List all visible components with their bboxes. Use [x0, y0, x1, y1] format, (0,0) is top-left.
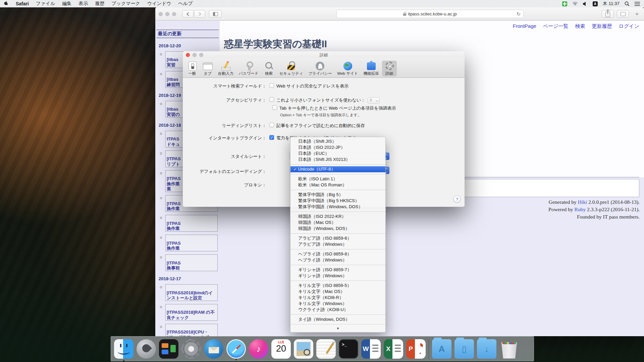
window-close-button[interactable]: [159, 12, 163, 16]
launchpad[interactable]: [137, 339, 156, 359]
back-button[interactable]: [182, 10, 194, 18]
checkbox-reading-list-offline[interactable]: [269, 123, 274, 127]
window-minimize-button[interactable]: [165, 12, 169, 16]
encoding-menu-item[interactable]: 欧米（Mac OS Roman）: [290, 182, 385, 188]
menubar-menu[interactable]: ウインドウ: [147, 1, 171, 7]
sidebar-link[interactable]: [ITPAS 換作業: [165, 235, 218, 251]
prefs-tab-tabs[interactable]: タブ: [200, 61, 215, 76]
menubar-menu[interactable]: 履歴: [95, 1, 104, 7]
mission-control[interactable]: [159, 339, 178, 359]
prefs-tab-search[interactable]: 検索: [262, 61, 276, 76]
encoding-menu-item[interactable]: 韓国語（ISO 2022-KR）: [290, 214, 385, 220]
microsoft-powerpoint[interactable]: P: [406, 339, 426, 359]
forward-button[interactable]: [194, 10, 205, 18]
safari[interactable]: [226, 339, 246, 359]
encoding-menu-item[interactable]: アラビア語（ISO 8859-6）: [290, 235, 385, 241]
microsoft-excel[interactable]: X: [384, 339, 403, 359]
menubar-app-name[interactable]: Safari: [16, 1, 29, 6]
reload-icon[interactable]: ↻: [516, 10, 521, 18]
page-nav-link[interactable]: ページ一覧: [543, 23, 569, 29]
prefs-tab-advanced[interactable]: 詳細: [382, 61, 397, 76]
documents-folder[interactable]: ▯: [454, 339, 474, 359]
sidebar-link[interactable]: [ITPAS 換作業: [165, 215, 218, 232]
menubar-menu[interactable]: ブックマーク: [111, 1, 140, 7]
page-nav-link[interactable]: FrontPage: [513, 23, 536, 29]
volume-icon[interactable]: [583, 2, 588, 6]
tab-overview-button[interactable]: [617, 10, 629, 18]
encoding-menu-item[interactable]: ギリシャ語（ISO 8859-7）: [290, 267, 385, 273]
itunes[interactable]: ♪: [249, 339, 268, 359]
prefs-tab-general[interactable]: 一般: [185, 61, 200, 76]
page-nav-link[interactable]: ログイン: [619, 23, 639, 29]
encoding-menu-item-selected[interactable]: ✓ Unicode（UTF-8）: [290, 166, 385, 172]
encoding-menu-item[interactable]: 韓国語（Mac OS）: [290, 220, 385, 226]
calendar[interactable]: 12月 20: [271, 339, 291, 359]
applications-folder[interactable]: A: [432, 339, 451, 359]
encoding-menu-item[interactable]: 繁体字中国語（Windows, DOS）: [290, 204, 385, 210]
microsoft-word[interactable]: W: [361, 339, 381, 359]
encoding-menu-item[interactable]: 繁体字中国語（Big 5 HKSCS）: [290, 198, 385, 204]
apple-menu-icon[interactable]: [4, 1, 9, 6]
page-nav-link[interactable]: 更新履歴: [592, 23, 612, 29]
menubar-menu[interactable]: ヘルプ: [178, 1, 193, 7]
share-button[interactable]: [602, 10, 614, 18]
window-close-button[interactable]: [186, 53, 190, 57]
encoding-menu-item[interactable]: ギリシャ語（Windows）: [290, 273, 385, 279]
window-zoom-button[interactable]: [199, 53, 203, 57]
hiki-link[interactable]: Hiki: [578, 199, 587, 205]
preview[interactable]: [294, 339, 313, 359]
menubar-menu[interactable]: 編集: [62, 1, 71, 7]
checkbox-min-font-size[interactable]: [269, 97, 274, 102]
encoding-menu-item[interactable]: アラビア語（Windows）: [290, 241, 385, 247]
encoding-menu-item[interactable]: 繁体字中国語（Big 5）: [290, 192, 385, 198]
checkbox-show-full-address[interactable]: [269, 83, 274, 88]
thunderbird[interactable]: [204, 339, 223, 359]
encoding-menu-item[interactable]: 日本語（Shift JIS X0213）: [290, 157, 385, 163]
sidebar-link[interactable]: [ITPASS2018]bindのインストールと設定: [165, 284, 218, 301]
encoding-menu-item[interactable]: タイ語（Windows, DOS）: [290, 316, 385, 322]
textedit[interactable]: [316, 339, 336, 359]
prefs-tab-security[interactable]: セキュリティ: [277, 61, 306, 76]
encoding-menu-item[interactable]: 日本語（EUC）: [290, 150, 385, 157]
terminal[interactable]: >_: [339, 339, 358, 359]
downloads-folder[interactable]: ↓: [477, 339, 496, 359]
help-button[interactable]: ?: [453, 195, 461, 202]
min-font-size-select[interactable]: 9: [368, 97, 380, 104]
prefs-tab-websites[interactable]: Web サイト: [335, 61, 361, 76]
input-source-icon[interactable]: A: [593, 1, 598, 6]
prefs-tab-privacy[interactable]: プライバシー: [306, 61, 334, 76]
encoding-menu-item[interactable]: ヘブライ語（ISO 8859-8）: [290, 251, 385, 257]
encoding-menu-item[interactable]: 欧米（ISO Latin 1）: [290, 176, 385, 182]
trash[interactable]: [499, 339, 519, 359]
encoding-menu-item[interactable]: キリル文字（Mac OS）: [290, 289, 385, 295]
window-minimize-button[interactable]: [193, 53, 197, 57]
sidebar-link[interactable]: [ITPASS2018]CPU・MB・グラフィックボード・電源の不良チェック: [165, 324, 218, 336]
encoding-menu-item[interactable]: 韓国語（Windows, DOS）: [290, 226, 385, 232]
checkbox-stop-plugins[interactable]: ✓: [269, 135, 274, 140]
wifi-icon[interactable]: [572, 2, 578, 6]
finder[interactable]: [114, 339, 133, 359]
encoding-menu-item[interactable]: キリル文字（ISO 8859-5）: [290, 283, 385, 289]
sidebar-toggle-button[interactable]: [209, 10, 222, 18]
status-app-icon[interactable]: [562, 1, 567, 6]
spotlight-search-icon[interactable]: [625, 1, 630, 6]
prefs-tab-autofill[interactable]: 自動入力: [216, 61, 236, 76]
page-nav-link[interactable]: 検索: [575, 23, 585, 29]
ruby-link[interactable]: Ruby: [575, 206, 586, 212]
sidebar-link[interactable]: [ITPASS2018]RAM の不良チェック: [165, 304, 218, 321]
menubar-menu[interactable]: ファイル: [36, 1, 55, 7]
prefs-tab-extensions[interactable]: 機能拡張: [361, 61, 381, 76]
notification-center-icon[interactable]: [635, 2, 640, 6]
encoding-menu-item[interactable]: ヘブライ語（Windows）: [290, 257, 385, 263]
system-preferences[interactable]: [181, 339, 201, 359]
prefs-tab-passwords[interactable]: パスワード: [236, 61, 261, 76]
menu-scroll-down-arrow[interactable]: ▼: [290, 326, 385, 331]
encoding-menu-item[interactable]: 日本語（Shift JIS）: [290, 138, 385, 144]
checkbox-tab-highlight[interactable]: [272, 105, 277, 110]
encoding-menu-item[interactable]: 日本語（ISO 2022-JP）: [290, 144, 385, 150]
sidebar-link[interactable]: [ITPAS 換事前: [165, 254, 218, 271]
new-tab-button[interactable]: +: [632, 10, 642, 18]
encoding-menu-item[interactable]: キリル文字（Windows）: [290, 301, 385, 307]
encoding-menu-item[interactable]: キリル文字（KOI8-R）: [290, 295, 385, 301]
address-bar[interactable]: itpass.scitec.kobe-u.ac.jp ↻: [336, 10, 524, 18]
